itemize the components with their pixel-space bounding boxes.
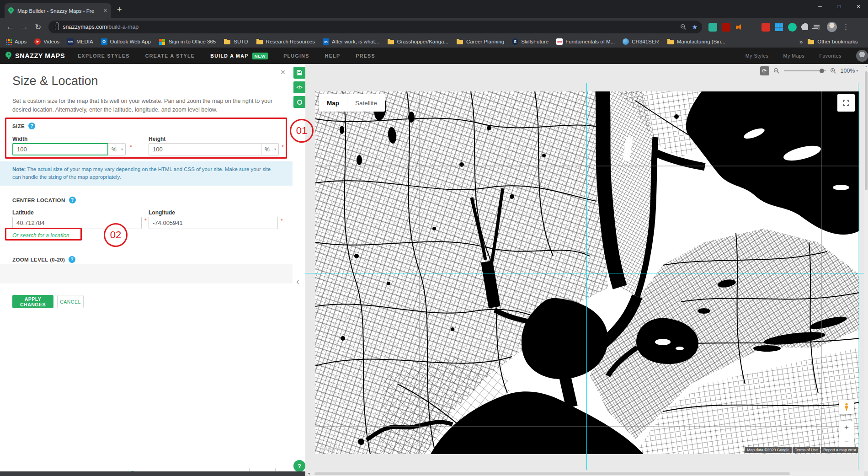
dualless-extension-icon[interactable] — [708, 23, 717, 32]
bookmark-label: SUTD — [234, 39, 248, 44]
brand-logo[interactable]: SNAZZY MAPS — [0, 52, 65, 60]
nav-link-explore-styles[interactable]: EXPLORE STYLES — [78, 53, 130, 59]
map-type-control: Map Satellite — [319, 94, 385, 112]
apply-changes-button[interactable]: APPLY CHANGES — [12, 295, 53, 308]
map-type-satellite-button[interactable]: Satellite — [347, 94, 385, 112]
refresh-map-icon[interactable]: ⟳ — [760, 66, 769, 75]
preview-button[interactable] — [293, 96, 305, 108]
browser-menu-icon[interactable]: ⋮ — [842, 23, 849, 31]
bookmark-item[interactable]: MEDIA — [67, 38, 93, 45]
address-bar[interactable]: snazzymaps.com /build-a-map ★ — [48, 21, 702, 33]
bookmarks-overflow-icon[interactable]: » — [799, 38, 803, 45]
help-fab-button[interactable]: ? — [293, 460, 305, 472]
nav-link-plugins[interactable]: PLUGINS — [283, 53, 309, 59]
close-button[interactable]: ✕ — [849, 0, 868, 14]
bookmark-item[interactable]: Manufacturing (Sin... — [667, 38, 725, 45]
maximize-button[interactable]: □ — [830, 0, 849, 14]
outlook-icon — [101, 38, 107, 45]
map-hscrollbar-thumb[interactable] — [314, 472, 790, 475]
speaker-extension-icon[interactable] — [735, 23, 744, 32]
nav-right-link-my-styles[interactable]: My Styles — [746, 53, 769, 59]
zoom-in-icon[interactable] — [830, 68, 836, 74]
fullscreen-icon — [842, 99, 850, 107]
folder-icon — [667, 38, 674, 45]
playlist-icon[interactable] — [814, 25, 820, 26]
nav-link-press[interactable]: PRESS — [356, 53, 375, 59]
latitude-required-mark: * — [144, 218, 147, 224]
bookmark-item[interactable]: CH341SER — [623, 38, 659, 45]
zoom-percentage-value: 100% — [841, 68, 855, 74]
map-toolbar: ⟳ 100% ▾ — [760, 66, 858, 76]
minimize-button[interactable]: ─ — [810, 0, 830, 14]
fullscreen-button[interactable] — [837, 94, 855, 112]
new-tab-button[interactable]: + — [117, 5, 122, 14]
map-zoom-slider[interactable] — [784, 68, 826, 74]
pegman-button[interactable] — [839, 400, 854, 414]
cross-extension-icon[interactable] — [748, 23, 757, 32]
bookmark-item[interactable]: SUTD — [224, 38, 248, 45]
other-bookmarks-button[interactable]: Other bookmarks — [807, 38, 857, 45]
bookmark-item[interactable]: Apps — [5, 38, 27, 45]
save-map-button[interactable] — [293, 67, 305, 79]
zoom-percentage[interactable]: 100% ▾ — [841, 68, 858, 74]
bookmark-star-icon[interactable]: ★ — [692, 23, 698, 31]
cancel-button[interactable]: CANCEL — [57, 295, 84, 308]
map-zoom-slider-handle[interactable] — [820, 69, 824, 73]
nav-link-create-a-style[interactable]: CREATE A STYLE — [145, 53, 195, 59]
brand-pin-icon — [5, 52, 11, 60]
longitude-required-mark: * — [281, 218, 283, 224]
windows-extension-icon[interactable] — [775, 23, 783, 32]
collapse-panel-icon[interactable]: ‹ — [296, 276, 299, 287]
map-type-map-button[interactable]: Map — [319, 94, 347, 112]
nav-link-help[interactable]: HELP — [325, 53, 341, 59]
bookmark-item[interactable]: Sign in to Office 365 — [159, 38, 216, 45]
page-vscrollbar[interactable]: ▲ — [864, 64, 868, 471]
zoom-help-icon[interactable]: ? — [69, 256, 75, 263]
acrobat-extension-icon[interactable] — [722, 23, 730, 32]
sublime-extension-icon[interactable] — [761, 23, 770, 32]
bookmark-item[interactable]: Career Planning — [456, 38, 504, 45]
user-avatar[interactable] — [856, 50, 868, 62]
forward-icon[interactable]: → — [21, 22, 28, 32]
bookmark-item[interactable]: Research Resources — [256, 38, 315, 45]
extensions-puzzle-icon[interactable] — [802, 24, 808, 30]
map-zoom-in-button[interactable]: + — [839, 421, 854, 435]
bookmark-item[interactable]: After work, is what... — [323, 38, 379, 45]
back-icon[interactable]: ← — [6, 22, 14, 32]
nav-link-label: EXPLORE STYLES — [78, 53, 130, 59]
bookmark-item[interactable]: SkillsFuture — [512, 38, 548, 45]
attribution-link-terms-of-use[interactable]: Terms of Use — [793, 447, 820, 453]
nav-link-build-a-map[interactable]: BUILD A MAPNEW — [210, 53, 268, 59]
page-vscrollbar-thumb[interactable] — [865, 71, 868, 190]
bookmark-item[interactable]: Outlook Web App — [101, 38, 151, 45]
panel-close-icon[interactable]: ✕ — [280, 69, 286, 76]
map-hscrollbar[interactable]: ◄ — [305, 471, 864, 476]
reload-icon[interactable]: ↻ — [35, 22, 41, 32]
size-note: Note: The actual size of your map may va… — [0, 161, 293, 186]
bookmark-item[interactable]: Fundamentals of M... — [556, 38, 615, 45]
ch341-icon — [623, 38, 629, 45]
folder-icon — [456, 38, 463, 45]
nav-right-link-favorites[interactable]: Favorites — [819, 53, 841, 59]
page-hscrollbar-thumb[interactable] — [0, 471, 305, 476]
longitude-input[interactable] — [149, 217, 278, 229]
bookmark-item[interactable]: Grasshopper/Kanga... — [387, 38, 449, 45]
center-help-icon[interactable]: ? — [69, 197, 76, 203]
browser-tab[interactable]: Map Builder - Snazzy Maps - Fre ✕ — [5, 3, 111, 18]
zoom-out-icon[interactable] — [773, 68, 780, 74]
profile-avatar[interactable] — [827, 22, 837, 32]
url-path: /build-a-map — [107, 24, 138, 30]
bookmark-label: Grasshopper/Kanga... — [397, 39, 449, 44]
scroll-up-icon[interactable]: ▲ — [865, 65, 868, 68]
nav-right-link-my-maps[interactable]: My Maps — [783, 53, 805, 59]
scroll-left-icon[interactable]: ◄ — [307, 472, 310, 475]
zoom-indicator-icon[interactable] — [680, 24, 687, 30]
attribution-link-report-a-map-error[interactable]: Report a map error — [821, 447, 858, 453]
bookmark-item[interactable]: Videos — [34, 38, 59, 45]
tab-strip: Map Builder - Snazzy Maps - Fre ✕ + ─ □ … — [0, 0, 868, 18]
tab-close-icon[interactable]: ✕ — [103, 8, 107, 14]
get-code-button[interactable]: </> — [293, 81, 305, 93]
snazzy-pin-favicon-icon — [8, 7, 14, 15]
bookmark-label: Outlook Web App — [110, 39, 151, 44]
grammarly-extension-icon[interactable] — [788, 23, 797, 32]
